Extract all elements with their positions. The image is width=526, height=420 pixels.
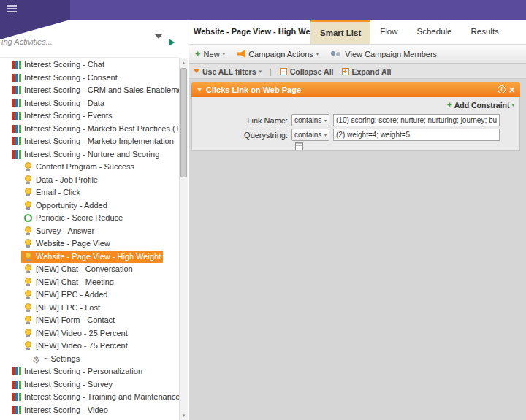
tree-item[interactable]: Content Program - Success: [0, 161, 180, 174]
tree-item-label: Data - Job Profile: [36, 175, 98, 184]
bulb-icon: [23, 329, 33, 337]
sidebar: ing Activities... Interest Scoring - Cha…: [0, 20, 188, 420]
menu-icon[interactable]: [7, 5, 17, 14]
tree-item[interactable]: Opportunity - Added: [0, 199, 180, 213]
megaphone-icon: [237, 50, 245, 58]
tree-item[interactable]: [NEW] Chat - Meeting: [0, 276, 180, 289]
tree-item-label: Interest Scoring - Video: [24, 405, 108, 414]
chevron-down-icon: ▾: [223, 51, 226, 57]
operator-value: contains: [294, 116, 321, 124]
tree-item[interactable]: [NEW] EPC - Added: [0, 289, 180, 302]
scroll-up-icon[interactable]: ▲: [180, 61, 188, 65]
tree-item-label: Opportunity - Added: [36, 201, 107, 210]
tab-smart-list[interactable]: Smart List: [310, 20, 370, 44]
sidebar-scrollbar[interactable]: ▲ ▼: [179, 58, 188, 420]
tree-item-label: Interest Scoring - Nurture and Scoring: [24, 150, 159, 159]
tree-item-label: [NEW] Form - Contact: [36, 316, 115, 324]
filter-value-input[interactable]: [333, 129, 500, 141]
picklist-icon[interactable]: [295, 142, 303, 150]
tree-item-label: [NEW] EPC - Lost: [36, 303, 100, 312]
tree-item[interactable]: Periodic - Score Reduce: [0, 212, 180, 225]
tree-item[interactable]: Survey - Answer: [0, 225, 180, 238]
tree-item[interactable]: Interest Scoring - Data: [0, 97, 180, 110]
scrollbar-thumb[interactable]: [180, 68, 187, 177]
close-icon[interactable]: ×: [509, 85, 515, 94]
collapse-all-button[interactable]: − Collapse All: [280, 67, 334, 76]
view-members-label: View Campaign Members: [345, 50, 437, 58]
operator-select[interactable]: contains▾: [291, 114, 329, 126]
go-arrow-icon[interactable]: [169, 39, 175, 46]
chevron-down-icon: ▾: [259, 69, 262, 75]
tree-item[interactable]: Interest Scoring - Consent: [0, 72, 180, 85]
tree-item-label: Interest Scoring - Marketo Implementatio…: [24, 137, 174, 145]
tree-item[interactable]: Interest Scoring - Marketo Best Practice…: [0, 123, 180, 136]
funnel-icon: [194, 69, 199, 73]
tree-item[interactable]: Data - Job Profile: [0, 174, 180, 187]
info-icon[interactable]: i: [498, 85, 506, 93]
tab-flow[interactable]: Flow: [370, 20, 407, 44]
tree-item-label: Interest Scoring - Events: [24, 111, 112, 120]
program-icon: [12, 125, 21, 133]
tree-item-label: Content Program - Success: [36, 162, 134, 171]
chevron-down-icon: ▾: [324, 132, 327, 137]
gear-icon: ⚙: [31, 356, 41, 364]
tree-item[interactable]: Website - Page View: [0, 237, 180, 251]
tree-item[interactable]: Interest Scoring - Personalization: [0, 365, 180, 378]
tree-item-label: Website - Page View - High Weight: [36, 252, 161, 261]
tree-item-label: [NEW] EPC - Added: [36, 290, 107, 299]
main-pane: Website - Page View - High Weight Smart …: [189, 20, 526, 420]
tree-item-label: Website - Page View: [36, 239, 110, 248]
bulb-icon: [23, 252, 33, 261]
filter-field-label: Querystring:: [192, 131, 291, 140]
program-icon: [12, 406, 21, 414]
bulb-icon: [23, 226, 33, 235]
program-icon: [12, 381, 21, 389]
tree-item[interactable]: [NEW] Video - 25 Percent: [0, 327, 180, 340]
scroll-down-icon[interactable]: ▼: [180, 413, 188, 418]
view-campaign-members-button[interactable]: View Campaign Members: [330, 50, 437, 58]
new-button[interactable]: + New ▾: [195, 50, 225, 58]
filter-field-label: Link Name:: [192, 116, 291, 125]
tree-item[interactable]: Interest Scoring - Marketo Implementatio…: [0, 135, 180, 148]
filter-value-input[interactable]: [333, 114, 500, 126]
tab-schedule[interactable]: Schedule: [408, 20, 462, 44]
campaign-actions-button[interactable]: Campaign Actions ▾: [237, 50, 319, 58]
tree-item[interactable]: Website - Page View - High Weight: [0, 251, 180, 264]
plus-icon: +: [447, 102, 452, 110]
tree-item[interactable]: Interest Scoring - Survey: [0, 378, 180, 392]
tree-item[interactable]: [NEW] EPC - Lost: [0, 302, 180, 315]
page-title: Website - Page View - High Weight: [189, 20, 310, 44]
campaign-actions-label: Campaign Actions: [248, 50, 313, 58]
tree-item[interactable]: [NEW] Form - Contact: [0, 314, 180, 327]
new-button-label: New: [204, 50, 220, 58]
add-constraint-button[interactable]: + Add Constraint ▾: [447, 101, 514, 110]
collapse-all-label: Collapse All: [290, 67, 334, 76]
tree-item[interactable]: Interest Scoring - CRM and Sales Enablem…: [0, 84, 180, 97]
tree-item[interactable]: Email - Click: [0, 186, 180, 199]
use-all-filters-button[interactable]: Use ALL filters ▾: [194, 67, 262, 76]
tree-item-label: Interest Scoring - Marketo Best Practice…: [24, 124, 180, 133]
expand-all-button[interactable]: + Expand All: [342, 67, 392, 76]
operator-select[interactable]: contains▾: [291, 129, 329, 141]
chevron-down-icon: ▾: [511, 102, 514, 108]
tree-item[interactable]: Interest Scoring - Chat: [0, 58, 180, 72]
tree-item-label: Interest Scoring - Survey: [24, 380, 113, 389]
tree-item[interactable]: [NEW] Video - 75 Percent: [0, 340, 180, 353]
filter-panel-body: + Add Constraint ▾ Link Name:contains▾Qu…: [191, 97, 520, 151]
tab-row: Website - Page View - High Weight Smart …: [189, 20, 526, 44]
tree-item[interactable]: Interest Scoring - Nurture and Scoring: [0, 148, 180, 161]
filter-row: Querystring:contains▾: [192, 128, 519, 142]
bulb-icon: [23, 303, 33, 312]
search-input[interactable]: ing Activities...: [1, 37, 53, 46]
tree-item[interactable]: Interest Scoring - Video: [0, 404, 180, 417]
tree-item[interactable]: Interest Scoring - Events: [0, 110, 180, 123]
tree-item[interactable]: [NEW] Chat - Conversation: [0, 263, 180, 276]
filter-funnel-icon[interactable]: [155, 39, 162, 52]
tab-results[interactable]: Results: [462, 20, 508, 44]
filter-panel: Clicks Link on Web Page i × + Add Constr…: [191, 82, 520, 151]
tree-item[interactable]: ⚙~ Settings: [0, 353, 180, 366]
expand-icon: +: [342, 68, 349, 75]
program-icon: [12, 99, 21, 107]
program-icon: [12, 150, 21, 159]
tree-item[interactable]: Interest Scoring - Training and Maintena…: [0, 391, 180, 404]
